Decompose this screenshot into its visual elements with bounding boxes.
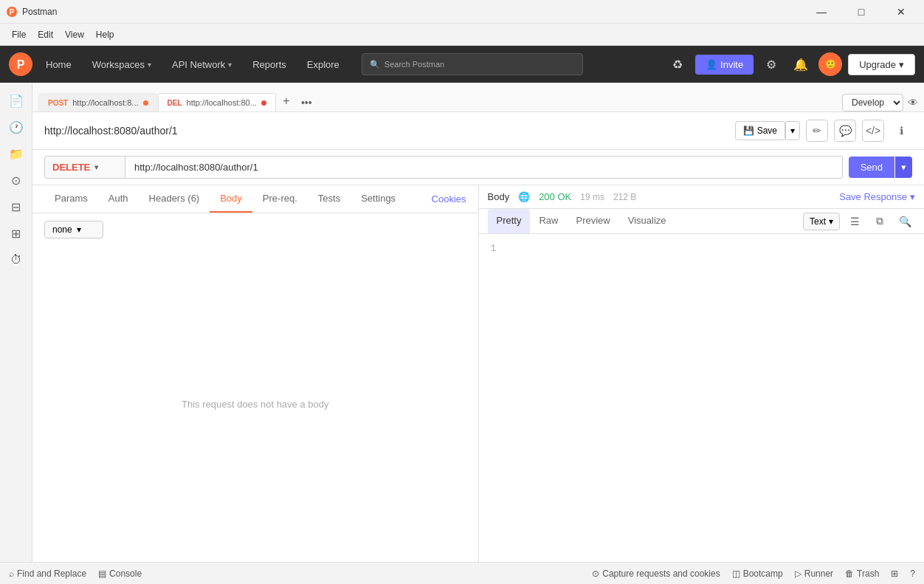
response-search-icon[interactable]: 🔍 [894,211,915,232]
save-dropdown-button[interactable]: ▾ [785,121,800,140]
url-bar: DELETE ▾ Send ▾ [32,150,924,185]
tab-post[interactable]: POST http://localhost:8... [38,93,158,111]
save-icon: 💾 [743,126,754,136]
environment-dropdown[interactable]: Develop [842,94,903,111]
sidebar-flow-icon[interactable]: ⊞ [4,221,28,245]
tab-add-button[interactable]: + [276,91,297,111]
menu-view[interactable]: View [59,27,90,43]
runner-button[interactable]: ▷ Runner [795,568,833,579]
save-response-chevron-icon: ▾ [910,191,915,202]
nav-reports[interactable]: Reports [245,55,294,75]
method-chevron-icon: ▾ [94,163,98,171]
svg-text:P: P [17,58,25,71]
nav-right: ♻ 👤 Invite ⚙ 🔔 🙂 Upgrade ▾ [666,52,915,76]
empty-body-message: This request does not have a body [32,246,478,562]
comment-icon-button[interactable]: 💬 [834,120,856,142]
menu-bar: File Edit View Help [0,24,924,46]
body-type-dropdown[interactable]: none ▾ [44,221,103,238]
bootcamp-icon: ◫ [732,568,740,579]
save-response-button[interactable]: Save Response ▾ [839,191,915,202]
sidebar-monitor-icon[interactable]: ⏱ [4,248,28,272]
tab-del-url: http://localhost:80... [187,98,257,107]
menu-edit[interactable]: Edit [32,27,59,43]
response-status: 200 OK [539,191,571,202]
find-replace-icon: ⌕ [9,568,14,579]
url-input[interactable] [125,156,843,179]
nav-sync-icon[interactable]: ♻ [666,52,689,76]
save-button[interactable]: 💾 Save [735,121,785,140]
search-bar[interactable]: 🔍 Search Postman [362,53,583,75]
window-controls: — □ ✕ [804,0,918,24]
response-size: 212 B [613,192,636,202]
req-tab-tests[interactable]: Tests [308,185,351,213]
sidebar-environments-icon[interactable]: ⊙ [4,168,28,192]
response-copy-icon[interactable]: ⧉ [869,211,890,232]
req-tab-body[interactable]: Body [210,185,252,213]
console-icon: ▤ [98,568,106,579]
search-icon: 🔍 [370,60,380,69]
upgrade-chevron-icon: ▾ [899,59,904,70]
request-title: http://localhost:8080/author/1 [44,125,178,137]
nav-avatar[interactable]: 🙂 [818,52,842,76]
capture-button[interactable]: ⊙ Capture requests and cookies [592,568,720,579]
sidebar-apis-icon[interactable]: ⊟ [4,195,28,219]
bootcamp-button[interactable]: ◫ Bootcamp [732,568,783,579]
nav-api-network-label: API Network [172,59,225,70]
save-btn-group: 💾 Save ▾ [735,121,800,140]
sidebar-new-icon[interactable]: 📄 [4,89,28,112]
main-layout: 📄 🕐 📁 ⊙ ⊟ ⊞ ⏱ POST http://localhost:8...… [0,83,924,562]
method-label: DELETE [52,162,90,173]
trash-button[interactable]: 🗑 Trash [845,568,879,579]
nav-logo: P [9,52,32,76]
sidebar-history-icon[interactable]: 🕐 [4,115,28,139]
trash-icon: 🗑 [845,568,854,579]
code-icon-button[interactable]: </> [862,120,884,142]
capture-icon: ⊙ [592,568,599,579]
info-icon-button[interactable]: ℹ [890,120,912,142]
cookies-button[interactable]: Cookies [432,186,466,212]
resp-tab-preview[interactable]: Preview [567,209,618,233]
find-replace-button[interactable]: ⌕ Find and Replace [9,568,86,579]
invite-button[interactable]: 👤 Invite [695,55,754,75]
help-button[interactable]: ? [910,568,915,579]
req-tab-settings[interactable]: Settings [351,185,406,213]
console-button[interactable]: ▤ Console [98,568,142,579]
send-dropdown-button[interactable]: ▾ [895,157,912,178]
maximize-button[interactable]: □ [844,0,878,24]
req-tab-headers[interactable]: Headers (6) [139,185,210,213]
response-format-dropdown[interactable]: Text ▾ [803,213,840,230]
left-pane: Params Auth Headers (6) Body Pre-req. Te… [32,185,479,562]
nav-workspaces[interactable]: Workspaces ▾ [85,55,159,75]
edit-icon-button[interactable]: ✏ [806,120,828,142]
svg-text:P: P [10,8,15,16]
resp-tab-visualize[interactable]: Visualize [619,209,675,233]
nav-api-network[interactable]: API Network ▾ [165,55,239,75]
req-tab-auth[interactable]: Auth [98,185,139,213]
menu-file[interactable]: File [6,27,32,43]
close-button[interactable]: ✕ [884,0,918,24]
response-line-number: 1 [491,243,497,254]
nav-home[interactable]: Home [38,55,79,75]
tab-del[interactable]: DEL http://localhost:80... [158,93,276,111]
req-tab-params[interactable]: Params [44,185,98,213]
resp-tab-pretty[interactable]: Pretty [488,209,531,233]
tabs-bar: POST http://localhost:8... DEL http://lo… [32,83,924,112]
nav-bell-icon[interactable]: 🔔 [789,52,813,76]
environment-eye-icon[interactable]: 👁 [908,97,918,109]
resp-tab-raw[interactable]: Raw [530,209,567,233]
tab-more-button[interactable]: ••• [297,94,317,111]
grid-icon-button[interactable]: ⊞ [891,568,898,579]
method-dropdown[interactable]: DELETE ▾ [44,156,125,179]
tab-del-method: DEL [168,99,182,107]
menu-help[interactable]: Help [90,27,120,43]
minimize-button[interactable]: — [804,0,838,24]
sidebar-collections-icon[interactable]: 📁 [4,142,28,165]
upgrade-button[interactable]: Upgrade ▾ [848,54,915,75]
nav-explore[interactable]: Explore [300,55,347,75]
format-chevron-icon: ▾ [829,216,833,227]
response-filter-icon[interactable]: ☰ [844,211,865,232]
req-tab-pre-req[interactable]: Pre-req. [252,185,308,213]
send-button[interactable]: Send [849,157,894,178]
nav-settings-icon[interactable]: ⚙ [759,52,783,76]
top-nav: P Home Workspaces ▾ API Network ▾ Report… [0,46,924,83]
